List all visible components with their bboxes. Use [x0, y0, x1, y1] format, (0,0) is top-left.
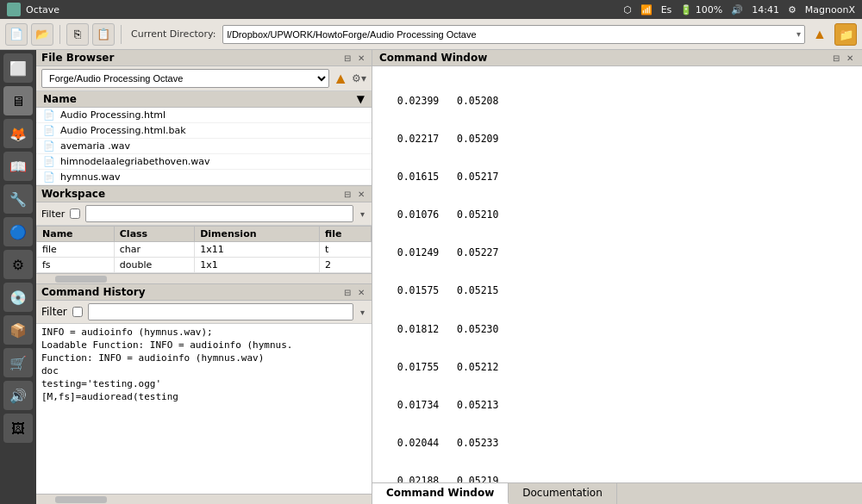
sidebar-icon-7[interactable]: 💿: [3, 283, 33, 312]
command-history-filter-checkbox[interactable]: [72, 307, 83, 317]
command-window-close[interactable]: ✕: [845, 53, 855, 63]
wifi-icon: 📶: [640, 4, 653, 16]
directory-input-wrap: ▾: [222, 25, 805, 44]
command-window-tabs: Command Window Documentation: [372, 482, 862, 504]
workspace-hscrollbar[interactable]: [36, 273, 372, 283]
titlebar: Octave ⬡ 📶 Es 🔋 100% 🔊 14:41 ⚙ MagnoonX: [0, 0, 862, 19]
ws-cell-class: char: [114, 242, 194, 258]
ws-cell-class: double: [114, 258, 194, 273]
workspace-hscroll-thumb[interactable]: [55, 276, 107, 283]
file-item[interactable]: 📄 himnodelaalegriabethoven.wav: [36, 154, 372, 170]
workspace-filter-options[interactable]: ▾: [359, 209, 366, 219]
workspace-filter-label: Filter: [41, 208, 65, 220]
command-window-panel: Command Window ⊟ ✕ 0.02399 0.05208 0.022…: [372, 50, 862, 504]
sidebar-icon-4[interactable]: 🔧: [3, 184, 33, 214]
file-item[interactable]: 📄 Audio Processing.html.bak: [36, 123, 372, 139]
command-history-panel: Command History ⊟ ✕ Filter ▾ INFO = audi…: [36, 284, 372, 504]
sidebar-icon-11[interactable]: 🖼: [3, 414, 33, 443]
battery: 🔋 100%: [680, 4, 722, 16]
file-item[interactable]: 📄 avemaria .wav: [36, 139, 372, 154]
history-item[interactable]: Function: INFO = audioinfo (hymnus.wav): [40, 352, 368, 364]
sidebar-icon-6[interactable]: ⚙: [3, 250, 33, 279]
command-history-filter-options[interactable]: ▾: [359, 308, 366, 317]
file-item[interactable]: 📄 Audio Processing.html: [36, 108, 372, 123]
file-browser-controls: ⊟ ✕: [342, 53, 366, 63]
directory-input[interactable]: [227, 29, 796, 40]
open-file-button[interactable]: 📂: [31, 23, 53, 46]
output-line: 0.01615 0.05217: [379, 170, 855, 184]
workspace-filter-bar: Filter ▾: [36, 202, 372, 226]
file-icon: 📄: [43, 171, 55, 183]
output-line: 0.01575 0.05215: [379, 283, 855, 297]
sidebar-icon-0[interactable]: ⬜: [3, 53, 33, 83]
file-browser-close[interactable]: ✕: [356, 53, 366, 63]
command-history-minimize[interactable]: ⊟: [342, 288, 353, 297]
command-history-hscroll-thumb[interactable]: [55, 496, 107, 503]
command-window-header: Command Window ⊟ ✕: [372, 50, 862, 66]
dir-dropdown-icon[interactable]: ▾: [796, 29, 801, 39]
paste-button[interactable]: 📋: [92, 23, 115, 46]
sidebar-icon-1[interactable]: 🖥: [3, 86, 33, 115]
toolbar-separator: [59, 25, 60, 44]
command-history-close[interactable]: ✕: [356, 288, 366, 297]
file-name: Audio Processing.html.bak: [60, 125, 365, 136]
ws-col-name[interactable]: Name: [37, 227, 115, 242]
workspace-header: Workspace ⊟ ✕: [36, 186, 372, 202]
file-browser-minimize[interactable]: ⊟: [342, 53, 353, 63]
ws-cell-name: fs: [37, 258, 115, 273]
file-icon: 📄: [43, 140, 55, 152]
command-history-content: INFO = audioinfo (hymnus.wav); Loadable …: [36, 324, 372, 494]
output-line: 0.02188 0.05219: [379, 474, 855, 482]
dir-up-button[interactable]: ▲: [809, 23, 831, 46]
sidebar-icon-10[interactable]: 🔊: [3, 381, 33, 410]
output-line: 0.01755 0.05212: [379, 360, 855, 374]
file-browser-header: File Browser ⊟ ✕: [36, 50, 372, 66]
ws-col-dimension[interactable]: Dimension: [195, 227, 320, 242]
ws-cell-extra: 2: [320, 258, 372, 273]
history-item[interactable]: testing='testing.ogg': [40, 377, 368, 390]
new-file-button[interactable]: 📄: [5, 23, 28, 46]
workspace-minimize[interactable]: ⊟: [342, 190, 353, 199]
file-item[interactable]: 📄 hymnus.wav: [36, 170, 372, 185]
toolbar: 📄 📂 ⎘ 📋 Current Directory: ▾ ▲ 📁: [0, 19, 862, 50]
workspace-table-wrap: Name Class Dimension file file char 1x11…: [36, 226, 372, 273]
sidebar-icon-8[interactable]: 📦: [3, 315, 33, 345]
ws-cell-extra: t: [320, 242, 372, 258]
ws-col-class[interactable]: Class: [114, 227, 194, 242]
workspace-title: Workspace: [41, 188, 105, 200]
output-line: 0.01734 0.05213: [379, 398, 855, 412]
file-list: 📄 Audio Processing.html 📄 Audio Processi…: [36, 108, 372, 185]
file-sort-icon[interactable]: ▼: [357, 93, 365, 105]
file-browser-path-select[interactable]: Forge/Audio Processing Octave: [41, 69, 329, 88]
file-name: avemaria .wav: [60, 140, 365, 152]
ws-cell-dimension: 1x11: [195, 242, 320, 258]
copy-button[interactable]: ⎘: [66, 23, 89, 46]
history-item[interactable]: Loadable Function: INFO = audioinfo (hym…: [40, 339, 368, 352]
sidebar-icon-9[interactable]: 🛒: [3, 348, 33, 377]
command-history-hscrollbar[interactable]: [36, 494, 372, 504]
command-history-filter-input[interactable]: [88, 303, 353, 320]
file-browser-settings-button[interactable]: ⚙▾: [352, 72, 366, 84]
file-browser-title: File Browser: [41, 52, 114, 64]
current-dir-label: Current Directory:: [128, 28, 219, 40]
history-item[interactable]: INFO = audioinfo (hymnus.wav);: [40, 326, 368, 339]
file-browser-up-button[interactable]: ▲: [333, 71, 348, 86]
workspace-filter-checkbox[interactable]: [70, 208, 80, 219]
workspace-filter-input[interactable]: [85, 205, 353, 222]
sidebar-icon-2[interactable]: 🦊: [3, 119, 33, 148]
workspace-close[interactable]: ✕: [356, 190, 366, 199]
tab-command-window[interactable]: Command Window: [372, 483, 509, 504]
output-line: 0.02044 0.05233: [379, 436, 855, 450]
file-name: Audio Processing.html: [60, 109, 365, 121]
output-line: 0.02399 0.05208: [379, 94, 855, 108]
history-item[interactable]: doc: [40, 364, 368, 377]
folder-browse-button[interactable]: 📁: [834, 23, 857, 46]
sidebar-icon-5[interactable]: 🔵: [3, 217, 33, 246]
history-item[interactable]: [M,fs]=audioread(testing: [40, 390, 368, 403]
command-window-minimize[interactable]: ⊟: [831, 53, 841, 63]
sidebar-icon-3[interactable]: 📖: [3, 152, 33, 181]
ws-col-file[interactable]: file: [320, 227, 372, 242]
tab-documentation[interactable]: Documentation: [509, 483, 617, 504]
command-window-content[interactable]: 0.02399 0.05208 0.02217 0.05209 0.01615 …: [372, 66, 862, 482]
output-line: 0.01076 0.05210: [379, 208, 855, 221]
